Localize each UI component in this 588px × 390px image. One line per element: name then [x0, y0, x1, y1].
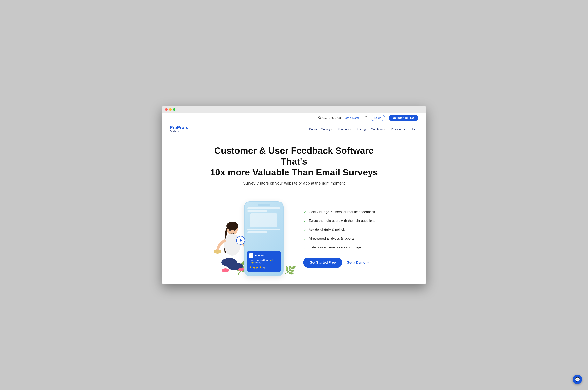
- nav-resources[interactable]: Resources ▾: [391, 127, 407, 131]
- get-demo-link-main[interactable]: Get a Demo →: [347, 261, 370, 265]
- svg-point-9: [229, 230, 231, 231]
- star-3: ★: [256, 266, 258, 269]
- phone-line: [247, 207, 280, 209]
- traffic-lights: [165, 108, 176, 111]
- phone-screen-lines: [245, 207, 283, 233]
- survey-avatar: [249, 253, 253, 258]
- nav-create-survey[interactable]: Create a Survey ▾: [309, 127, 332, 131]
- star-5: ★: [262, 266, 265, 269]
- hero-visual: Hi Bella! How is your food from Red Drag…: [213, 201, 292, 276]
- feature-text-2: Target the right users with the right qu…: [309, 219, 375, 223]
- survey-question: How is your food from Red Dragon today?: [249, 259, 279, 264]
- chevron-down-icon: ▾: [350, 128, 351, 130]
- check-icon: ✓: [303, 210, 306, 214]
- check-icon: ✓: [303, 246, 306, 250]
- svg-point-3: [214, 250, 221, 253]
- phone-notch: [258, 204, 270, 206]
- stars-row: ★ ★ ★ ★ ★: [249, 266, 279, 269]
- feature-text-4: AI-powered analytics & reports: [309, 237, 354, 241]
- nav-features[interactable]: Features ▾: [338, 127, 351, 131]
- logo-pro: Pro: [170, 125, 177, 130]
- chevron-down-icon: ▾: [406, 128, 407, 130]
- phone-image-block: [250, 213, 277, 227]
- check-icon: ✓: [303, 228, 306, 232]
- phone-line-short: [247, 232, 267, 233]
- browser-window: 📞 (855) 776-7763 Get a Demo Login Get St…: [162, 106, 426, 284]
- feature-item: ✓ Target the right users with the right …: [303, 219, 375, 223]
- close-button[interactable]: [165, 108, 168, 111]
- grid-icon[interactable]: [364, 116, 367, 119]
- play-triangle-icon: [240, 239, 242, 242]
- get-started-button-top[interactable]: Get Started Free: [389, 115, 418, 121]
- phone-icon: 📞: [318, 116, 321, 119]
- logo-profs: Profs: [177, 125, 188, 130]
- svg-point-1: [226, 222, 238, 230]
- phone-mockup: Hi Bella! How is your food from Red Drag…: [244, 201, 284, 276]
- logo[interactable]: ProProfs Qualaroo: [170, 125, 188, 133]
- leaf-right-icon: 🌿: [283, 264, 296, 277]
- get-started-button-main[interactable]: Get Started Free: [303, 257, 342, 268]
- phone-outer: Hi Bella! How is your food from Red Drag…: [244, 201, 284, 276]
- nav-bar: ProProfs Qualaroo Create a Survey ▾ Feat…: [162, 123, 426, 136]
- survey-greeting: Hi Bella!: [255, 254, 264, 257]
- hero-content: Hi Bella! How is your food from Red Drag…: [162, 201, 426, 284]
- check-icon: ✓: [303, 237, 306, 241]
- nav-pricing[interactable]: Pricing: [357, 127, 366, 131]
- star-4: ★: [259, 266, 262, 269]
- phone-number: (855) 776-7763: [322, 116, 341, 119]
- survey-card-header: Hi Bella!: [249, 253, 279, 258]
- svg-point-8: [238, 268, 244, 271]
- svg-point-10: [234, 230, 235, 231]
- login-button[interactable]: Login: [371, 115, 385, 121]
- nav-links: Create a Survey ▾ Features ▾ Pricing Sol…: [309, 127, 418, 131]
- feature-text-1: Gently Nudge™ users for real-time feedba…: [309, 210, 375, 214]
- star-2: ★: [252, 266, 255, 269]
- hero-subtitle: Survey visitors on your website or app a…: [170, 181, 418, 186]
- minimize-button[interactable]: [169, 108, 172, 111]
- maximize-button[interactable]: [173, 108, 176, 111]
- utility-bar: 📞 (855) 776-7763 Get a Demo Login Get St…: [162, 113, 426, 123]
- feature-item: ✓ Ask delightfully & politely: [303, 228, 375, 232]
- get-demo-link-top[interactable]: Get a Demo: [345, 116, 359, 119]
- logo-qualaroo: Qualaroo: [170, 130, 188, 133]
- hero-section: Customer & User Feedback Software That's…: [162, 136, 426, 201]
- feature-item: ✓ Gently Nudge™ users for real-time feed…: [303, 210, 375, 214]
- phone-line-short: [247, 210, 267, 212]
- logo-proprofs: ProProfs: [170, 125, 188, 130]
- phone-line: [247, 229, 280, 230]
- chevron-down-icon: ▾: [384, 128, 385, 130]
- nav-solutions[interactable]: Solutions ▾: [371, 127, 385, 131]
- check-icon: ✓: [303, 219, 306, 223]
- feature-text-5: Install once, never slows your page: [309, 245, 361, 249]
- chevron-down-icon: ▾: [331, 128, 332, 130]
- feature-text-3: Ask delightfully & politely: [309, 228, 345, 232]
- star-1: ★: [249, 266, 252, 269]
- phone-link[interactable]: 📞 (855) 776-7763: [318, 116, 341, 119]
- hero-title: Customer & User Feedback Software That's…: [205, 145, 383, 178]
- nav-help[interactable]: Help: [412, 127, 418, 131]
- features-list: ✓ Gently Nudge™ users for real-time feed…: [303, 210, 375, 268]
- browser-chrome: [162, 106, 426, 113]
- svg-point-7: [222, 268, 229, 272]
- feature-item: ✓ Install once, never slows your page: [303, 245, 375, 250]
- feature-item: ✓ AI-powered analytics & reports: [303, 237, 375, 241]
- cta-buttons: Get Started Free Get a Demo →: [303, 257, 375, 268]
- survey-card: Hi Bella! How is your food from Red Drag…: [247, 251, 281, 272]
- browser-body: 📞 (855) 776-7763 Get a Demo Login Get St…: [162, 113, 426, 284]
